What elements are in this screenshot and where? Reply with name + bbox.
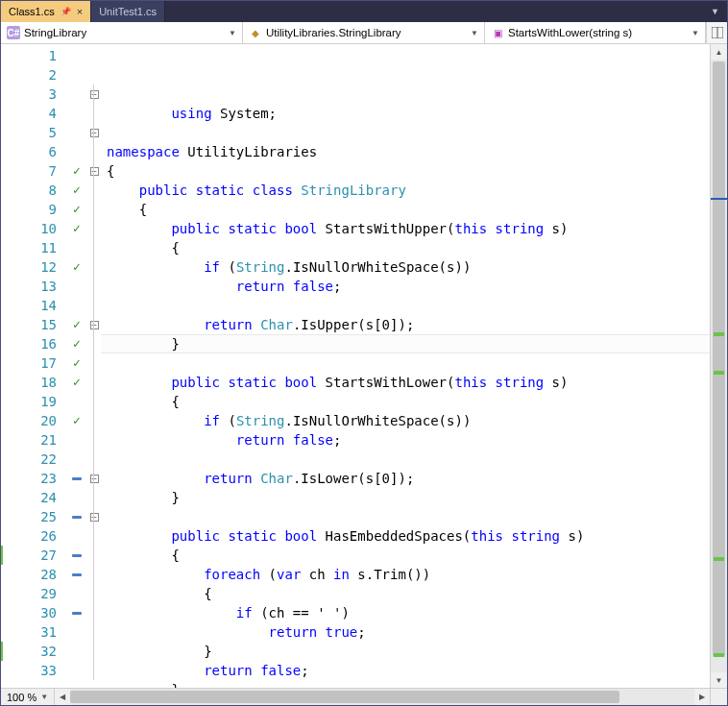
code-line[interactable]: namespace UtilityLibraries: [107, 142, 710, 161]
tab-overflow-dropdown[interactable]: ▼: [703, 1, 727, 22]
code-line[interactable]: {: [107, 238, 710, 257]
coverage-check-icon: ✓: [66, 161, 87, 181]
nav-class-dropdown[interactable]: ◆ UtilityLibraries.StringLibrary ▼: [243, 22, 485, 43]
line-number: 14: [1, 296, 57, 315]
scrollbar-thumb[interactable]: [70, 691, 619, 703]
chevron-down-icon: ▼: [471, 29, 478, 37]
outlining-gutter[interactable]: −−−−−−: [87, 44, 101, 688]
code-line[interactable]: [107, 507, 710, 526]
line-number: 19: [1, 392, 57, 411]
caret-indicator: [711, 198, 727, 200]
code-line[interactable]: return Char.IsUpper(s[0]);: [107, 315, 710, 334]
nav-member-dropdown[interactable]: ▣ StartsWithLower(string s) ▼: [485, 22, 706, 43]
line-number: 25: [1, 507, 57, 526]
nav-class-label: UtilityLibraries.StringLibrary: [266, 27, 401, 38]
collapse-region-button[interactable]: −: [87, 315, 101, 334]
split-window-button[interactable]: [706, 22, 727, 43]
code-line[interactable]: if (String.IsNullOrWhiteSpace(s)): [107, 257, 710, 277]
collapse-region-button[interactable]: −: [87, 469, 101, 488]
csharp-project-icon: C#: [7, 26, 20, 39]
code-line[interactable]: foreach (var ch in s.Trim()): [107, 565, 710, 584]
change-marker: [714, 557, 724, 561]
horizontal-scrollbar[interactable]: ◀ ▶: [55, 689, 710, 705]
code-area[interactable]: using System;namespace UtilityLibraries{…: [101, 44, 710, 688]
code-line[interactable]: if (String.IsNullOrWhiteSpace(s)): [107, 411, 710, 430]
line-number: 18: [1, 373, 57, 392]
line-number: 26: [1, 526, 57, 546]
code-line[interactable]: using System;: [107, 104, 710, 123]
code-line[interactable]: return Char.IsLower(s[0]);: [107, 469, 710, 488]
change-marker: [0, 642, 3, 661]
coverage-check-icon: ✓: [66, 334, 87, 353]
coverage-check-icon: ✓: [66, 200, 87, 219]
class-icon: ◆: [249, 26, 262, 39]
coverage-check-icon: ✓: [66, 411, 87, 430]
tab-class1[interactable]: Class1.cs 📌 ×: [1, 1, 91, 22]
coverage-check-icon: ✓: [66, 257, 87, 277]
code-line[interactable]: [107, 296, 710, 315]
code-line[interactable]: }: [107, 488, 710, 507]
line-number: 5: [1, 123, 57, 142]
code-line[interactable]: {: [107, 161, 710, 181]
scroll-down-arrow[interactable]: ▼: [711, 672, 727, 688]
scroll-right-arrow[interactable]: ▶: [694, 689, 710, 705]
collapse-region-button[interactable]: −: [87, 123, 101, 142]
code-line[interactable]: {: [107, 200, 710, 219]
code-line[interactable]: [107, 353, 710, 373]
code-line[interactable]: public static bool HasEmbeddedSpaces(thi…: [107, 526, 710, 546]
scroll-left-arrow[interactable]: ◀: [55, 689, 70, 705]
code-line[interactable]: return false;: [107, 661, 710, 680]
change-marker: [0, 546, 3, 565]
line-number: 23: [1, 469, 57, 488]
line-number: 31: [1, 622, 57, 642]
code-line[interactable]: [107, 123, 710, 142]
code-line[interactable]: {: [107, 546, 710, 565]
zoom-dropdown[interactable]: 100 % ▼: [1, 689, 55, 705]
code-line[interactable]: }: [107, 642, 710, 661]
coverage-check-icon: ✓: [66, 181, 87, 200]
collapse-region-button[interactable]: −: [87, 507, 101, 526]
chevron-down-icon: ▼: [229, 29, 236, 37]
nav-project-label: StringLibrary: [24, 27, 86, 38]
tab-bar: Class1.cs 📌 × UnitTest1.cs ▼: [1, 1, 727, 22]
scrollbar-corner: [710, 689, 727, 705]
code-line[interactable]: {: [107, 584, 710, 603]
line-number: 29: [1, 584, 57, 603]
vertical-scrollbar[interactable]: ▲ ▼: [710, 44, 727, 688]
line-number: 1: [1, 46, 57, 65]
method-icon: ▣: [491, 26, 504, 39]
code-line[interactable]: [107, 450, 710, 469]
line-number: 15: [1, 315, 57, 334]
line-number: 8: [1, 181, 57, 200]
line-number: 30: [1, 603, 57, 622]
code-line[interactable]: }: [107, 334, 710, 353]
scrollbar-thumb[interactable]: [713, 61, 725, 657]
coverage-uncovered-icon: [66, 469, 87, 488]
change-marker: [714, 653, 724, 657]
change-marker: [714, 371, 724, 375]
code-line[interactable]: return false;: [107, 430, 710, 450]
pin-icon[interactable]: 📌: [61, 7, 71, 16]
code-line[interactable]: return true;: [107, 622, 710, 642]
tab-unittest1[interactable]: UnitTest1.cs: [91, 1, 165, 22]
chevron-down-icon: ▼: [40, 693, 48, 701]
collapse-region-button[interactable]: −: [87, 161, 101, 181]
coverage-uncovered-icon: [66, 603, 87, 622]
coverage-check-icon: ✓: [66, 315, 87, 334]
code-line[interactable]: return false;: [107, 277, 710, 296]
code-line[interactable]: {: [107, 392, 710, 411]
scroll-up-arrow[interactable]: ▲: [711, 44, 727, 60]
line-number: 21: [1, 430, 57, 450]
collapse-region-button[interactable]: −: [87, 85, 101, 104]
line-number: 20: [1, 411, 57, 430]
code-line[interactable]: public static bool StartsWithUpper(this …: [107, 219, 710, 238]
code-editor[interactable]: 1234567891011121314151617181920212223242…: [1, 44, 727, 688]
close-icon[interactable]: ×: [77, 7, 83, 17]
tab-label: UnitTest1.cs: [99, 6, 157, 17]
code-line[interactable]: }: [107, 680, 710, 688]
line-number: 24: [1, 488, 57, 507]
nav-project-dropdown[interactable]: C# StringLibrary ▼: [1, 22, 243, 43]
code-line[interactable]: public static bool StartsWithLower(this …: [107, 373, 710, 392]
code-line[interactable]: if (ch == ' '): [107, 603, 710, 622]
code-line[interactable]: public static class StringLibrary: [107, 181, 710, 200]
